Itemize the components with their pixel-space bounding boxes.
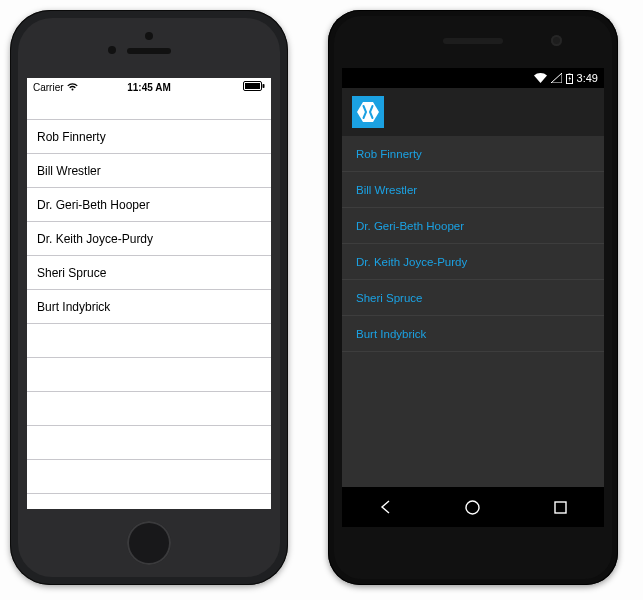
list-item-label: Burt Indybrick: [37, 300, 110, 314]
list-item-label: Burt Indybrick: [356, 328, 426, 340]
android-back-button[interactable]: [356, 487, 416, 527]
list-item[interactable]: Dr. Geri-Beth Hooper: [342, 208, 604, 244]
wifi-icon: [534, 73, 547, 83]
list-item-label: Rob Finnerty: [356, 148, 422, 160]
battery-icon: [243, 81, 265, 93]
android-navigation-bar: [342, 487, 604, 527]
android-earpiece: [443, 38, 503, 44]
android-screen: 3:49 Rob Finnerty Bill Wrestler Dr. Geri…: [342, 68, 604, 527]
list-item[interactable]: Burt Indybrick: [27, 290, 271, 324]
list-item[interactable]: Dr. Keith Joyce-Purdy: [27, 222, 271, 256]
list-item[interactable]: Sheri Spruce: [342, 280, 604, 316]
list-empty-row: [27, 426, 271, 460]
list-empty-row: [27, 358, 271, 392]
ios-clock: 11:45 AM: [127, 82, 171, 93]
ios-carrier-label: Carrier: [33, 82, 64, 93]
svg-point-5: [466, 501, 479, 514]
list-item[interactable]: Dr. Geri-Beth Hooper: [27, 188, 271, 222]
list-item-label: Bill Wrestler: [37, 164, 101, 178]
list-empty-row: [27, 392, 271, 426]
list-item-label: Bill Wrestler: [356, 184, 417, 196]
iphone-proximity-sensor: [145, 32, 153, 40]
device-comparison-stage: Carrier 11:45 AM Rob Finnerty: [10, 10, 633, 585]
ios-navigation-bar: [27, 96, 271, 120]
list-item-label: Dr. Geri-Beth Hooper: [356, 220, 464, 232]
svg-rect-2: [263, 84, 265, 88]
android-device-frame: 3:49 Rob Finnerty Bill Wrestler Dr. Geri…: [328, 10, 618, 585]
iphone-earpiece: [127, 48, 171, 54]
android-list-view[interactable]: Rob Finnerty Bill Wrestler Dr. Geri-Beth…: [342, 136, 604, 487]
list-item-label: Dr. Keith Joyce-Purdy: [356, 256, 467, 268]
android-status-bar: 3:49: [342, 68, 604, 88]
ios-screen: Carrier 11:45 AM Rob Finnerty: [27, 78, 271, 509]
list-item[interactable]: Burt Indybrick: [342, 316, 604, 352]
battery-icon: [566, 73, 573, 84]
android-home-button[interactable]: [443, 487, 503, 527]
iphone-device-frame: Carrier 11:45 AM Rob Finnerty: [10, 10, 288, 585]
list-item[interactable]: Rob Finnerty: [342, 136, 604, 172]
list-item[interactable]: Bill Wrestler: [342, 172, 604, 208]
android-recents-button[interactable]: [530, 487, 590, 527]
list-item-label: Sheri Spruce: [356, 292, 422, 304]
list-item-label: Dr. Keith Joyce-Purdy: [37, 232, 153, 246]
android-app-bar: [342, 88, 604, 136]
list-item-label: Dr. Geri-Beth Hooper: [37, 198, 150, 212]
xamarin-logo-icon: [352, 96, 384, 128]
list-item-label: Rob Finnerty: [37, 130, 106, 144]
iphone-front-camera: [108, 46, 116, 54]
ios-status-bar: Carrier 11:45 AM: [27, 78, 271, 96]
list-item-label: Sheri Spruce: [37, 266, 106, 280]
list-item[interactable]: Bill Wrestler: [27, 154, 271, 188]
ios-list-view[interactable]: Rob Finnerty Bill Wrestler Dr. Geri-Beth…: [27, 120, 271, 509]
svg-rect-6: [555, 502, 566, 513]
iphone-home-button[interactable]: [127, 521, 171, 565]
list-empty-row: [27, 494, 271, 509]
svg-rect-1: [245, 83, 260, 89]
list-item[interactable]: Sheri Spruce: [27, 256, 271, 290]
wifi-icon: [67, 82, 78, 93]
list-empty-row: [27, 460, 271, 494]
svg-rect-4: [568, 73, 570, 75]
android-front-camera: [551, 35, 562, 46]
cellular-signal-icon: [551, 73, 562, 83]
android-clock: 3:49: [577, 72, 598, 84]
list-item[interactable]: Dr. Keith Joyce-Purdy: [342, 244, 604, 280]
list-item[interactable]: Rob Finnerty: [27, 120, 271, 154]
list-empty-row: [27, 324, 271, 358]
